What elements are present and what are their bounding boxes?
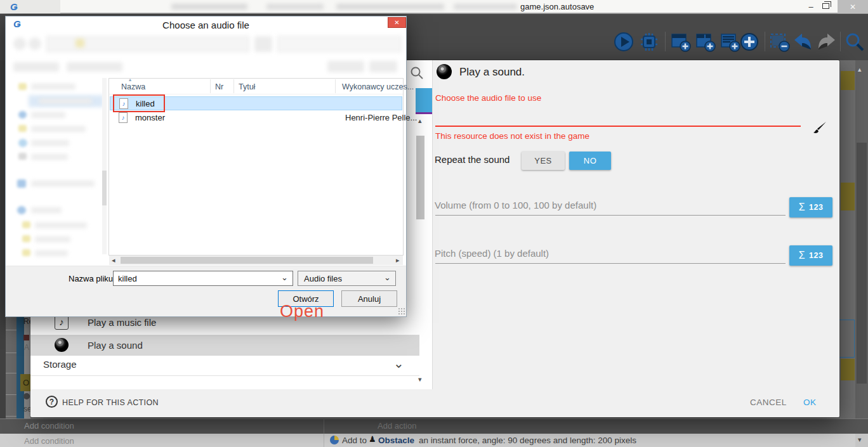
annotation-box [113,94,165,112]
ok-button[interactable]: OK [803,398,817,407]
new-folder-button[interactable] [67,62,122,72]
chevron-down-icon: ⌄ [384,273,391,282]
sigma-icon: Σ [799,250,805,261]
numbers-icon: 123 [809,203,823,212]
close-button[interactable]: ✕ [838,0,868,13]
sheet-scrollbar-thumb[interactable] [857,143,867,384]
tree-scrollbar[interactable] [102,78,107,254]
repeat-yes-button[interactable]: YES [522,152,565,170]
event-separator [6,373,16,373]
nav-back-button[interactable] [13,37,26,50]
action-label: Play a sound [88,340,143,351]
action-row-sound-selected[interactable]: Play a sound [30,335,419,356]
annotation-open-label: Open [280,302,324,321]
add-event-button[interactable] [670,31,692,55]
view-options-button[interactable] [327,61,364,72]
filetype-value: Audio files [304,274,342,283]
action-object-name: Obstacle [378,436,414,445]
delete-event-button[interactable] [769,31,791,55]
sigma-icon: Σ [799,202,805,213]
scroll-down-icon[interactable]: ▾ [418,375,422,384]
add-comment-button[interactable] [720,31,741,55]
add-condition-link[interactable]: Add condition [24,421,74,431]
scroll-up-icon[interactable]: ▴ [858,65,862,74]
storage-section-header[interactable]: Storage [43,359,77,370]
refresh-button[interactable] [254,36,272,52]
redo-button[interactable] [816,31,838,55]
scroll-right-icon[interactable]: ▸ [396,256,400,264]
file-row-monster[interactable]: ♪ monster Henri-Pierre Pelle... [110,111,402,125]
pitch-expression-button[interactable]: Σ 123 [789,245,832,266]
action-search-button[interactable] [410,66,424,82]
tree-scrollbar-thumb[interactable] [102,171,107,205]
event-separator [6,416,16,417]
undo-button[interactable] [792,31,813,55]
force-action-icon [330,436,339,444]
folder-tree[interactable] [11,78,106,256]
tree-item[interactable] [31,84,76,89]
add-button[interactable] [739,31,760,55]
event-highlight-block [841,359,855,380]
audio-field-underline[interactable] [435,126,801,127]
numbers-icon: 123 [809,251,823,260]
volume-expression-button[interactable]: Σ 123 [789,197,832,217]
file-list-hscrollbar[interactable]: ◂ ▸ [109,256,403,265]
restore-button[interactable] [822,3,829,9]
list-scrollbar-thumb[interactable] [416,136,424,219]
tree-item[interactable] [31,154,68,160]
column-header-name[interactable]: Nazwa [121,82,145,91]
column-divider[interactable] [210,79,211,93]
selected-tab-indicator[interactable] [416,88,432,112]
blurred-title-segment [454,4,517,10]
column-header-artists[interactable]: Wykonawcy uczes... [342,82,414,91]
cancel-button[interactable]: CANCEL [750,398,787,407]
minimize-button[interactable]: – [802,0,820,13]
event-separator [6,394,16,395]
chevron-down-icon[interactable]: ⌄ [393,356,404,371]
delete-event-icon [769,31,791,53]
search-events-button[interactable] [844,31,865,55]
close-icon[interactable]: ✕ [388,17,406,28]
column-divider[interactable] [233,79,234,93]
cancel-button[interactable]: Anuluj [341,290,397,307]
file-artist: Henri-Pierre Pelle... [345,113,417,122]
scroll-left-icon[interactable]: ◂ [112,256,115,264]
nav-forward-button[interactable] [29,37,41,50]
add-condition-link[interactable]: Add condition [24,436,74,446]
repeat-no-button[interactable]: NO [569,152,611,170]
volume-field-underline[interactable] [435,215,786,216]
tree-item[interactable] [31,181,95,186]
help-link[interactable]: HELP FOR THIS ACTION [62,398,159,407]
search-box[interactable] [277,36,402,52]
tree-item[interactable] [31,140,69,146]
help-menu[interactable] [369,61,397,72]
pitch-field-underline[interactable] [435,263,786,264]
add-subevent-button[interactable] [695,31,716,55]
column-header-title[interactable]: Tytuł [239,82,255,91]
scroll-down-icon[interactable]: ▾ [858,436,862,444]
filename-combobox[interactable]: killed ⌄ [113,271,293,286]
preview-play-button[interactable] [613,31,635,55]
scroll-up-icon[interactable]: ▴ [418,117,422,125]
column-divider[interactable] [335,79,336,93]
resize-grip[interactable] [398,308,405,314]
tree-item[interactable] [31,126,86,132]
hscrollbar-thumb[interactable] [121,257,373,264]
folder-icon [76,39,84,48]
tree-item[interactable] [35,236,70,242]
tree-item[interactable] [31,207,62,213]
choose-resource-button[interactable] [811,120,827,139]
tree-item[interactable] [35,223,87,228]
debugger-button[interactable] [638,31,660,55]
scrollbar-bottom[interactable] [855,434,868,447]
tree-item[interactable] [35,250,68,256]
filetype-dropdown[interactable]: Audio files ⌄ [298,271,396,286]
add-action-link[interactable]: Add action [378,421,416,431]
tree-item[interactable] [39,98,92,104]
action-label: Play a music file [88,317,156,328]
tree-item[interactable] [31,112,65,118]
search-icon [844,31,865,53]
event-highlight-block [841,71,855,90]
organize-menu[interactable] [13,62,59,72]
column-header-nr[interactable]: Nr [215,82,223,91]
